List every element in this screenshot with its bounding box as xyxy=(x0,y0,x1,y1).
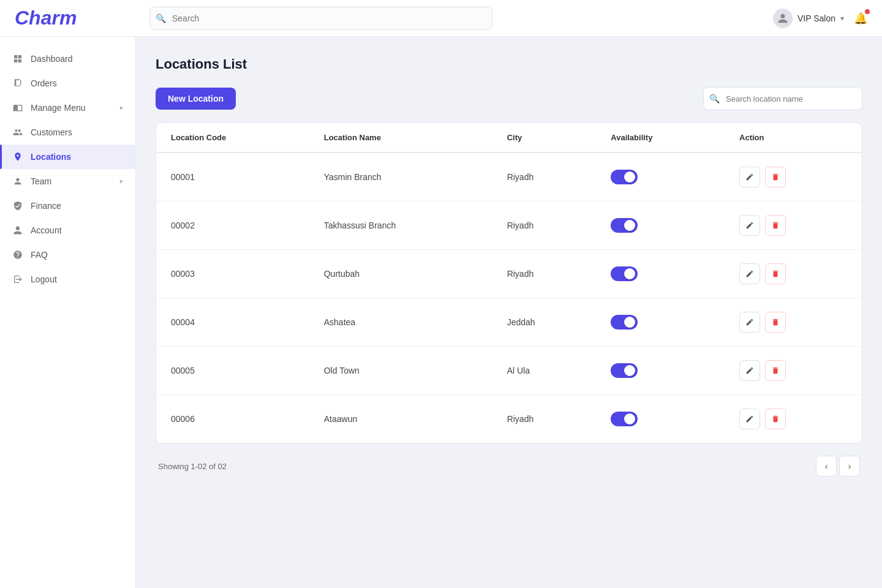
cell-name-0: Yasmin Branch xyxy=(309,153,492,202)
action-buttons-0 xyxy=(739,167,847,187)
table-row: 00002 Takhassusi Branch Riyadh xyxy=(156,202,862,250)
receipt-icon xyxy=(12,78,23,89)
delete-button-5[interactable] xyxy=(765,409,786,429)
cell-action-2 xyxy=(725,250,862,298)
sidebar: Dashboard Orders Manage Menu ▾ Customers xyxy=(0,37,136,588)
locations-table-container: Location Code Location Name City Availab… xyxy=(156,123,862,443)
sidebar-label-manage-menu: Manage Menu xyxy=(31,103,86,113)
sidebar-item-orders[interactable]: Orders xyxy=(0,71,135,96)
cell-code-0: 00001 xyxy=(156,153,309,202)
next-page-button[interactable]: › xyxy=(839,456,860,477)
edit-button-0[interactable] xyxy=(739,167,760,187)
chevron-icon-manage-menu: ▾ xyxy=(119,104,123,112)
sidebar-label-logout: Logout xyxy=(31,274,57,284)
global-search-input[interactable] xyxy=(149,7,492,30)
location-icon xyxy=(12,151,23,162)
cell-code-3: 00004 xyxy=(156,298,309,347)
sidebar-item-faq[interactable]: FAQ xyxy=(0,243,135,267)
cell-city-4: Al Ula xyxy=(492,347,597,395)
action-buttons-3 xyxy=(739,312,847,333)
cell-name-1: Takhassusi Branch xyxy=(309,202,492,250)
cell-availability-2 xyxy=(596,250,725,298)
edit-button-3[interactable] xyxy=(739,312,760,333)
layout: Dashboard Orders Manage Menu ▾ Customers xyxy=(0,37,882,588)
cell-city-3: Jeddah xyxy=(492,298,597,347)
sidebar-item-account[interactable]: Account xyxy=(0,218,135,243)
table-footer: Showing 1-02 of 02 ‹ › xyxy=(156,456,862,477)
people-icon xyxy=(12,127,23,138)
search-location-input[interactable] xyxy=(703,87,862,110)
cell-availability-4 xyxy=(596,347,725,395)
edit-button-2[interactable] xyxy=(739,263,760,284)
sidebar-item-finance[interactable]: Finance xyxy=(0,194,135,218)
cell-city-1: Riyadh xyxy=(492,202,597,250)
sidebar-label-faq: FAQ xyxy=(31,250,48,260)
cell-code-5: 00006 xyxy=(156,395,309,443)
cell-availability-5 xyxy=(596,395,725,443)
sidebar-item-customers[interactable]: Customers xyxy=(0,120,135,145)
cell-city-2: Riyadh xyxy=(492,250,597,298)
availability-toggle-5[interactable] xyxy=(611,412,638,426)
table-row: 00005 Old Town Al Ula xyxy=(156,347,862,395)
table-body: 00001 Yasmin Branch Riyadh 00002 Takhass… xyxy=(156,153,862,443)
toolbar: New Location 🔍 xyxy=(156,87,862,110)
availability-toggle-2[interactable] xyxy=(611,266,638,281)
edit-button-4[interactable] xyxy=(739,360,760,381)
delete-button-1[interactable] xyxy=(765,215,786,236)
header-right: VIP Salon ▾ 🔔 xyxy=(773,9,867,28)
account-icon xyxy=(12,225,23,236)
chevron-down-icon: ▾ xyxy=(840,14,844,23)
sidebar-label-locations: Locations xyxy=(31,152,71,162)
delete-button-0[interactable] xyxy=(765,167,786,187)
user-name: VIP Salon xyxy=(797,13,835,23)
cell-code-4: 00005 xyxy=(156,347,309,395)
sidebar-item-logout[interactable]: Logout xyxy=(0,267,135,292)
action-buttons-1 xyxy=(739,215,847,236)
availability-toggle-3[interactable] xyxy=(611,315,638,330)
sidebar-label-customers: Customers xyxy=(31,127,72,137)
availability-toggle-1[interactable] xyxy=(611,218,638,233)
notification-badge xyxy=(865,9,870,14)
new-location-button[interactable]: New Location xyxy=(156,88,236,110)
sidebar-label-finance: Finance xyxy=(31,201,61,211)
col-header-action: Action xyxy=(725,123,862,153)
showing-text: Showing 1-02 of 02 xyxy=(158,462,227,471)
search-location-icon: 🔍 xyxy=(709,94,720,104)
sidebar-item-manage-menu[interactable]: Manage Menu ▾ xyxy=(0,96,135,120)
delete-button-4[interactable] xyxy=(765,360,786,381)
cell-action-1 xyxy=(725,202,862,250)
delete-button-2[interactable] xyxy=(765,263,786,284)
table-row: 00001 Yasmin Branch Riyadh xyxy=(156,153,862,202)
user-info[interactable]: VIP Salon ▾ xyxy=(773,9,844,28)
sidebar-item-team[interactable]: Team ▾ xyxy=(0,169,135,194)
col-header-name: Location Name xyxy=(309,123,492,153)
table-header-row: Location Code Location Name City Availab… xyxy=(156,123,862,153)
sidebar-item-locations[interactable]: Locations xyxy=(0,145,135,169)
sidebar-label-orders: Orders xyxy=(31,78,57,88)
sidebar-label-account: Account xyxy=(31,225,62,235)
notification-button[interactable]: 🔔 xyxy=(854,12,867,25)
page-title: Locations List xyxy=(156,56,862,72)
cell-action-5 xyxy=(725,395,862,443)
table-row: 00006 Ataawun Riyadh xyxy=(156,395,862,443)
edit-button-5[interactable] xyxy=(739,409,760,429)
prev-page-button[interactable]: ‹ xyxy=(816,456,837,477)
menu-book-icon xyxy=(12,102,23,113)
search-location-container: 🔍 xyxy=(703,87,862,110)
sidebar-label-dashboard: Dashboard xyxy=(31,54,73,64)
finance-icon xyxy=(12,200,23,211)
col-header-code: Location Code xyxy=(156,123,309,153)
faq-icon xyxy=(12,249,23,260)
availability-toggle-4[interactable] xyxy=(611,363,638,378)
search-icon: 🔍 xyxy=(156,13,166,23)
availability-toggle-0[interactable] xyxy=(611,170,638,184)
cell-code-2: 00003 xyxy=(156,250,309,298)
locations-table: Location Code Location Name City Availab… xyxy=(156,123,862,443)
sidebar-item-dashboard[interactable]: Dashboard xyxy=(0,47,135,71)
delete-button-3[interactable] xyxy=(765,312,786,333)
chevron-icon-team: ▾ xyxy=(119,178,123,186)
cell-availability-3 xyxy=(596,298,725,347)
edit-button-1[interactable] xyxy=(739,215,760,236)
cell-city-5: Riyadh xyxy=(492,395,597,443)
table-row: 00004 Ashatea Jeddah xyxy=(156,298,862,347)
